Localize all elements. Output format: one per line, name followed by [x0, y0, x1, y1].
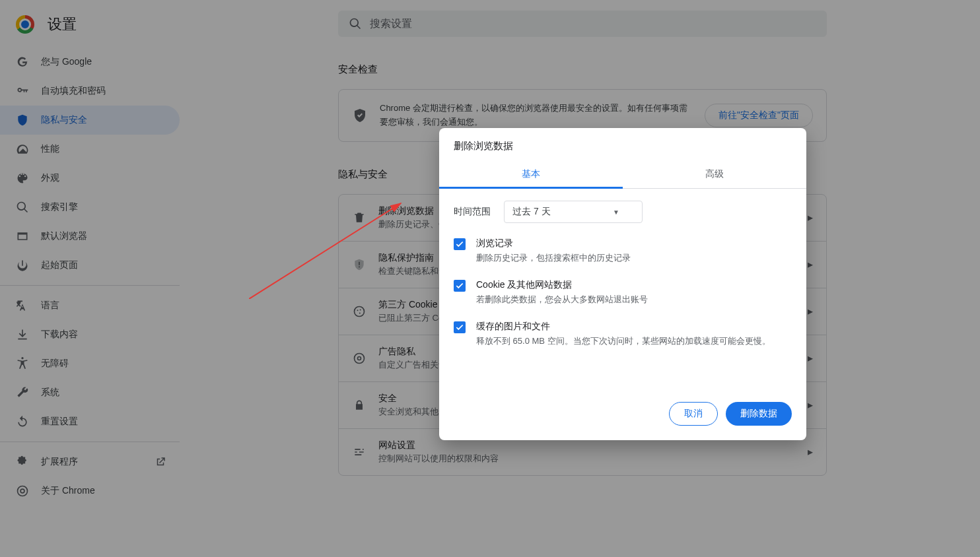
tab-advanced[interactable]: 高级: [623, 160, 806, 188]
check-title: Cookie 及其他网站数据: [476, 279, 792, 291]
checkbox-cached[interactable]: [454, 321, 466, 333]
dialog-tabs: 基本 高级: [439, 160, 806, 189]
time-range-label: 时间范围: [454, 206, 491, 218]
checkbox-cookies[interactable]: [454, 280, 466, 292]
check-sub: 删除历史记录，包括搜索框中的历史记录: [476, 251, 792, 265]
tab-basic[interactable]: 基本: [439, 160, 623, 188]
clear-browsing-data-dialog: 删除浏览数据 基本 高级 时间范围 过去 7 天 ▼ 浏览记录 删除历史记录，包…: [439, 128, 806, 440]
check-sub: 若删除此类数据，您会从大多数网站退出账号: [476, 293, 792, 306]
time-range-value: 过去 7 天: [512, 206, 551, 218]
delete-data-button[interactable]: 删除数据: [726, 402, 792, 426]
cancel-button[interactable]: 取消: [669, 402, 718, 426]
time-range-select[interactable]: 过去 7 天 ▼: [504, 201, 643, 223]
checkbox-browsing-history[interactable]: [454, 238, 466, 250]
check-title: 浏览记录: [476, 238, 792, 249]
check-sub: 释放不到 65.0 MB 空间。当您下次访问时，某些网站的加载速度可能会更慢。: [476, 335, 792, 348]
dialog-title: 删除浏览数据: [439, 128, 806, 160]
caret-down-icon: ▼: [613, 209, 619, 216]
check-title: 缓存的图片和文件: [476, 321, 792, 333]
